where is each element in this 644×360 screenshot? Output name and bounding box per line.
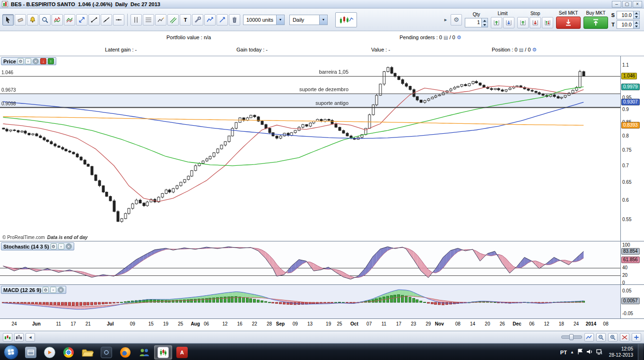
crosshair-tool-button[interactable]: [76, 14, 87, 26]
macd-settings-icon[interactable]: ⚙: [43, 287, 49, 293]
price-close-icon[interactable]: ×: [33, 58, 39, 64]
order-settings-button[interactable]: ⚙: [451, 14, 462, 26]
spinner-down-icon[interactable]: [634, 25, 639, 28]
price-popout-icon[interactable]: ▫: [25, 58, 31, 64]
edit-chart-button[interactable]: [584, 333, 594, 342]
stochastic-settings-icon[interactable]: ⚙: [51, 243, 57, 249]
spinner-up-icon[interactable]: [634, 11, 639, 15]
macd-close-icon[interactable]: ×: [58, 287, 64, 293]
spinner-down-icon[interactable]: [634, 15, 639, 19]
taskbar-firefox[interactable]: [116, 345, 134, 360]
timeframe-select[interactable]: Daily ▼: [289, 15, 328, 25]
auto-orders-icon[interactable]: ⚙: [457, 34, 461, 40]
axis-tick: 0.6: [622, 197, 629, 203]
sell-market-button[interactable]: [556, 17, 581, 29]
delete-drawings-button[interactable]: [229, 14, 240, 26]
qty-stepper[interactable]: 1: [465, 18, 488, 27]
show-desktop-button[interactable]: [638, 344, 643, 360]
volume-icon[interactable]: [586, 349, 593, 356]
sell-limit-button[interactable]: [503, 17, 514, 28]
action-center-icon[interactable]: [577, 349, 583, 356]
spinner-down-icon[interactable]: [482, 23, 487, 27]
hidden-icons-button[interactable]: ▲: [570, 350, 574, 354]
fibonacci-tool-button[interactable]: [143, 14, 154, 26]
buy-stop-button[interactable]: [517, 17, 529, 28]
freehand-tool-button[interactable]: [155, 14, 166, 26]
zoom-in-button[interactable]: [608, 333, 618, 342]
spinner-up-icon[interactable]: [634, 21, 639, 25]
axis-tick: 0.7: [622, 163, 629, 168]
macd-popout-icon[interactable]: ▫: [50, 287, 56, 293]
segment-tool-button[interactable]: [88, 14, 100, 26]
taskbar-app-window[interactable]: [22, 345, 40, 360]
chart-style-button[interactable]: [335, 12, 357, 27]
horizontal-line-tool-button[interactable]: [113, 14, 124, 26]
position-list-icon[interactable]: ▤: [519, 47, 523, 52]
taskbar-messenger[interactable]: [135, 345, 153, 360]
price-move-down-icon[interactable]: ↓: [40, 58, 46, 64]
alarm-tool-button[interactable]: [27, 14, 38, 26]
time-axis[interactable]: 24Jun111721Jul09151925Aug0612162228Sep09…: [0, 319, 644, 331]
taskbar-adobe-reader[interactable]: A: [173, 345, 191, 360]
zoom-out-button[interactable]: [596, 333, 606, 342]
text-tool-button[interactable]: T: [180, 14, 191, 26]
taskbar-explorer[interactable]: [78, 345, 96, 360]
buy-market-button[interactable]: [583, 17, 608, 29]
indicators-tool-button[interactable]: [52, 14, 63, 26]
price-axis[interactable]: 1.10.950.90.850.80.750.70.650.60.551.046…: [620, 56, 644, 241]
drawing-settings-button[interactable]: [192, 14, 203, 26]
bw-chart-button[interactable]: [14, 333, 24, 342]
language-indicator[interactable]: PT: [560, 350, 567, 355]
target-distance-field[interactable]: 10.0: [617, 20, 640, 29]
buy-limit-button[interactable]: [491, 17, 502, 28]
stochastic-panel: Stochastic (14 3 5) ⚙ ▫ × 1004020083.854…: [0, 241, 644, 285]
patterns-tool-button[interactable]: [64, 14, 75, 26]
stop-target-column: S 10.0 T 10.0: [611, 11, 640, 29]
add-view-button[interactable]: [632, 333, 641, 342]
zoom-slider[interactable]: [561, 335, 582, 339]
close-button[interactable]: ×: [633, 1, 642, 8]
sell-stop-button[interactable]: [530, 17, 541, 28]
start-button[interactable]: [4, 345, 18, 360]
maximize-button[interactable]: ▢: [622, 1, 632, 8]
trendline-tool-button[interactable]: [101, 14, 112, 26]
taskbar-app-dark[interactable]: [97, 345, 115, 360]
stochastic-canvas[interactable]: [0, 241, 620, 285]
orders-list-icon[interactable]: ▤: [444, 35, 448, 40]
zigzag-tool-button[interactable]: [204, 14, 216, 26]
prorealtime-window: BES - B.ESPIRITO SANTO 1.046 (-2.06%) Da…: [0, 0, 644, 360]
parallel-lines-tool-button[interactable]: [131, 14, 142, 26]
taskbar-media-player[interactable]: [41, 345, 59, 360]
network-icon[interactable]: [596, 349, 603, 356]
spinner-up-icon[interactable]: [482, 18, 487, 23]
minimize-button[interactable]: –: [612, 1, 621, 8]
pointer-tool-button[interactable]: [2, 14, 14, 26]
price-settings-icon[interactable]: ⚙: [17, 58, 24, 64]
stochastic-close-icon[interactable]: ×: [66, 243, 72, 249]
channel-tool-button[interactable]: [167, 14, 179, 26]
taskbar-prorealtime[interactable]: [154, 345, 172, 360]
crosshair-button[interactable]: [620, 333, 629, 342]
price-chart-canvas[interactable]: [0, 56, 620, 241]
arrow-tool-button[interactable]: [217, 14, 228, 26]
tray-clock[interactable]: 12:05 28-12-2013: [606, 346, 636, 358]
stochastic-popout-icon[interactable]: ▫: [58, 243, 64, 249]
macd-axis[interactable]: 0.05-0.050.0057: [620, 285, 644, 318]
time-axis-label: Sep: [272, 321, 288, 326]
stop-dual-button[interactable]: [542, 17, 553, 28]
time-axis-label: 09: [287, 321, 303, 326]
units-select[interactable]: 10000 units ▼: [243, 15, 285, 25]
scroll-back-button[interactable]: ◄: [26, 333, 35, 342]
mini-chart-button[interactable]: [3, 333, 12, 342]
stop-distance-field[interactable]: 10.0: [617, 11, 640, 19]
position-auto-icon[interactable]: ⚙: [532, 47, 537, 52]
collapse-expander[interactable]: ►: [444, 17, 448, 22]
macd-canvas[interactable]: [0, 285, 620, 319]
price-move-up-icon[interactable]: ↑: [48, 58, 54, 64]
eraser-tool-button[interactable]: [15, 14, 26, 26]
taskbar-chrome[interactable]: [60, 345, 78, 360]
stochastic-axis[interactable]: 1004020083.85461.856: [620, 241, 644, 284]
zoom-tool-button[interactable]: [39, 14, 51, 26]
zoom-slider-handle[interactable]: [569, 334, 574, 340]
toolbar-separator: [127, 14, 128, 26]
